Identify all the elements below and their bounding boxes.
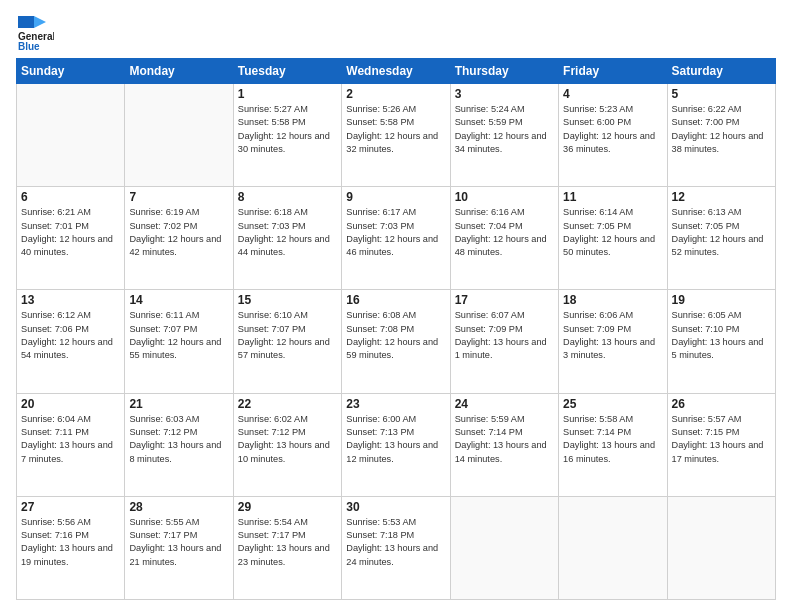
calendar-day-23: 23Sunrise: 6:00 AM Sunset: 7:13 PM Dayli… [342, 393, 450, 496]
day-number: 14 [129, 293, 228, 307]
calendar-empty-cell [667, 496, 775, 599]
calendar-empty-cell [17, 84, 125, 187]
calendar-day-28: 28Sunrise: 5:55 AM Sunset: 7:17 PM Dayli… [125, 496, 233, 599]
svg-marker-1 [34, 16, 46, 28]
day-info: Sunrise: 6:00 AM Sunset: 7:13 PM Dayligh… [346, 413, 445, 466]
day-number: 18 [563, 293, 662, 307]
calendar-day-18: 18Sunrise: 6:06 AM Sunset: 7:09 PM Dayli… [559, 290, 667, 393]
day-info: Sunrise: 6:13 AM Sunset: 7:05 PM Dayligh… [672, 206, 771, 259]
calendar-week-1: 1Sunrise: 5:27 AM Sunset: 5:58 PM Daylig… [17, 84, 776, 187]
logo-icon: General Blue [16, 12, 54, 50]
day-number: 5 [672, 87, 771, 101]
day-number: 4 [563, 87, 662, 101]
calendar-day-21: 21Sunrise: 6:03 AM Sunset: 7:12 PM Dayli… [125, 393, 233, 496]
calendar-week-5: 27Sunrise: 5:56 AM Sunset: 7:16 PM Dayli… [17, 496, 776, 599]
calendar-day-27: 27Sunrise: 5:56 AM Sunset: 7:16 PM Dayli… [17, 496, 125, 599]
day-info: Sunrise: 6:04 AM Sunset: 7:11 PM Dayligh… [21, 413, 120, 466]
day-info: Sunrise: 6:11 AM Sunset: 7:07 PM Dayligh… [129, 309, 228, 362]
day-info: Sunrise: 5:27 AM Sunset: 5:58 PM Dayligh… [238, 103, 337, 156]
calendar-day-7: 7Sunrise: 6:19 AM Sunset: 7:02 PM Daylig… [125, 187, 233, 290]
calendar-empty-cell [125, 84, 233, 187]
calendar-day-3: 3Sunrise: 5:24 AM Sunset: 5:59 PM Daylig… [450, 84, 558, 187]
day-info: Sunrise: 5:56 AM Sunset: 7:16 PM Dayligh… [21, 516, 120, 569]
calendar-day-12: 12Sunrise: 6:13 AM Sunset: 7:05 PM Dayli… [667, 187, 775, 290]
calendar-day-6: 6Sunrise: 6:21 AM Sunset: 7:01 PM Daylig… [17, 187, 125, 290]
calendar-day-29: 29Sunrise: 5:54 AM Sunset: 7:17 PM Dayli… [233, 496, 341, 599]
day-header-friday: Friday [559, 59, 667, 84]
day-number: 19 [672, 293, 771, 307]
day-header-thursday: Thursday [450, 59, 558, 84]
day-number: 21 [129, 397, 228, 411]
calendar-day-24: 24Sunrise: 5:59 AM Sunset: 7:14 PM Dayli… [450, 393, 558, 496]
day-number: 6 [21, 190, 120, 204]
day-info: Sunrise: 6:22 AM Sunset: 7:00 PM Dayligh… [672, 103, 771, 156]
day-number: 25 [563, 397, 662, 411]
day-number: 17 [455, 293, 554, 307]
day-info: Sunrise: 6:12 AM Sunset: 7:06 PM Dayligh… [21, 309, 120, 362]
calendar-day-8: 8Sunrise: 6:18 AM Sunset: 7:03 PM Daylig… [233, 187, 341, 290]
day-number: 9 [346, 190, 445, 204]
day-header-monday: Monday [125, 59, 233, 84]
calendar-day-13: 13Sunrise: 6:12 AM Sunset: 7:06 PM Dayli… [17, 290, 125, 393]
calendar-day-1: 1Sunrise: 5:27 AM Sunset: 5:58 PM Daylig… [233, 84, 341, 187]
day-number: 26 [672, 397, 771, 411]
calendar-header-row: SundayMondayTuesdayWednesdayThursdayFrid… [17, 59, 776, 84]
day-number: 11 [563, 190, 662, 204]
calendar-day-16: 16Sunrise: 6:08 AM Sunset: 7:08 PM Dayli… [342, 290, 450, 393]
day-info: Sunrise: 6:05 AM Sunset: 7:10 PM Dayligh… [672, 309, 771, 362]
day-info: Sunrise: 5:23 AM Sunset: 6:00 PM Dayligh… [563, 103, 662, 156]
day-info: Sunrise: 5:59 AM Sunset: 7:14 PM Dayligh… [455, 413, 554, 466]
header: General Blue [16, 12, 776, 50]
calendar-day-4: 4Sunrise: 5:23 AM Sunset: 6:00 PM Daylig… [559, 84, 667, 187]
day-info: Sunrise: 6:17 AM Sunset: 7:03 PM Dayligh… [346, 206, 445, 259]
calendar-day-20: 20Sunrise: 6:04 AM Sunset: 7:11 PM Dayli… [17, 393, 125, 496]
calendar-week-3: 13Sunrise: 6:12 AM Sunset: 7:06 PM Dayli… [17, 290, 776, 393]
day-number: 30 [346, 500, 445, 514]
day-info: Sunrise: 5:57 AM Sunset: 7:15 PM Dayligh… [672, 413, 771, 466]
day-info: Sunrise: 5:53 AM Sunset: 7:18 PM Dayligh… [346, 516, 445, 569]
day-info: Sunrise: 5:58 AM Sunset: 7:14 PM Dayligh… [563, 413, 662, 466]
calendar-day-22: 22Sunrise: 6:02 AM Sunset: 7:12 PM Dayli… [233, 393, 341, 496]
calendar-day-5: 5Sunrise: 6:22 AM Sunset: 7:00 PM Daylig… [667, 84, 775, 187]
calendar-table: SundayMondayTuesdayWednesdayThursdayFrid… [16, 58, 776, 600]
calendar-day-14: 14Sunrise: 6:11 AM Sunset: 7:07 PM Dayli… [125, 290, 233, 393]
day-info: Sunrise: 6:19 AM Sunset: 7:02 PM Dayligh… [129, 206, 228, 259]
day-header-saturday: Saturday [667, 59, 775, 84]
day-info: Sunrise: 6:10 AM Sunset: 7:07 PM Dayligh… [238, 309, 337, 362]
day-number: 7 [129, 190, 228, 204]
calendar-day-30: 30Sunrise: 5:53 AM Sunset: 7:18 PM Dayli… [342, 496, 450, 599]
day-number: 1 [238, 87, 337, 101]
day-info: Sunrise: 6:14 AM Sunset: 7:05 PM Dayligh… [563, 206, 662, 259]
calendar-week-4: 20Sunrise: 6:04 AM Sunset: 7:11 PM Dayli… [17, 393, 776, 496]
calendar-week-2: 6Sunrise: 6:21 AM Sunset: 7:01 PM Daylig… [17, 187, 776, 290]
calendar-day-10: 10Sunrise: 6:16 AM Sunset: 7:04 PM Dayli… [450, 187, 558, 290]
day-number: 10 [455, 190, 554, 204]
day-number: 3 [455, 87, 554, 101]
calendar-day-15: 15Sunrise: 6:10 AM Sunset: 7:07 PM Dayli… [233, 290, 341, 393]
day-number: 16 [346, 293, 445, 307]
day-header-wednesday: Wednesday [342, 59, 450, 84]
day-info: Sunrise: 6:07 AM Sunset: 7:09 PM Dayligh… [455, 309, 554, 362]
calendar-day-11: 11Sunrise: 6:14 AM Sunset: 7:05 PM Dayli… [559, 187, 667, 290]
day-number: 28 [129, 500, 228, 514]
day-number: 13 [21, 293, 120, 307]
day-number: 15 [238, 293, 337, 307]
day-number: 29 [238, 500, 337, 514]
day-info: Sunrise: 6:06 AM Sunset: 7:09 PM Dayligh… [563, 309, 662, 362]
svg-text:Blue: Blue [18, 41, 40, 50]
day-info: Sunrise: 6:08 AM Sunset: 7:08 PM Dayligh… [346, 309, 445, 362]
day-number: 8 [238, 190, 337, 204]
day-info: Sunrise: 6:18 AM Sunset: 7:03 PM Dayligh… [238, 206, 337, 259]
day-info: Sunrise: 5:26 AM Sunset: 5:58 PM Dayligh… [346, 103, 445, 156]
calendar-day-26: 26Sunrise: 5:57 AM Sunset: 7:15 PM Dayli… [667, 393, 775, 496]
page: General Blue SundayMondayTuesdayWednesda… [0, 0, 792, 612]
day-header-tuesday: Tuesday [233, 59, 341, 84]
calendar-day-19: 19Sunrise: 6:05 AM Sunset: 7:10 PM Dayli… [667, 290, 775, 393]
day-number: 24 [455, 397, 554, 411]
calendar-empty-cell [450, 496, 558, 599]
day-number: 27 [21, 500, 120, 514]
calendar-day-17: 17Sunrise: 6:07 AM Sunset: 7:09 PM Dayli… [450, 290, 558, 393]
day-info: Sunrise: 6:03 AM Sunset: 7:12 PM Dayligh… [129, 413, 228, 466]
day-number: 2 [346, 87, 445, 101]
logo: General Blue [16, 12, 54, 50]
